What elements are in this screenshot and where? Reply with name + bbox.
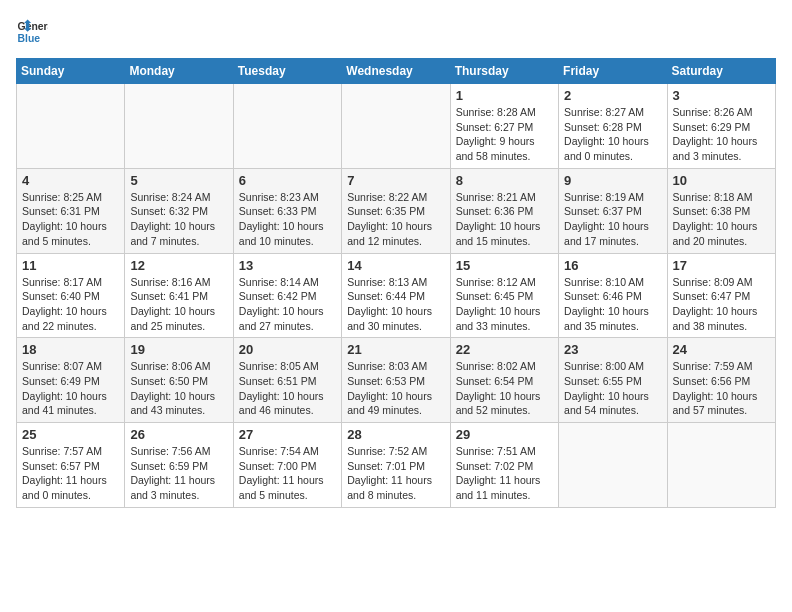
day-info: Sunrise: 8:09 AM Sunset: 6:47 PM Dayligh…: [673, 275, 770, 334]
calendar-cell: 4Sunrise: 8:25 AM Sunset: 6:31 PM Daylig…: [17, 168, 125, 253]
calendar-cell: 20Sunrise: 8:05 AM Sunset: 6:51 PM Dayli…: [233, 338, 341, 423]
day-info: Sunrise: 8:21 AM Sunset: 6:36 PM Dayligh…: [456, 190, 553, 249]
day-number: 12: [130, 258, 227, 273]
calendar-cell: 25Sunrise: 7:57 AM Sunset: 6:57 PM Dayli…: [17, 423, 125, 508]
day-number: 26: [130, 427, 227, 442]
day-info: Sunrise: 8:10 AM Sunset: 6:46 PM Dayligh…: [564, 275, 661, 334]
day-info: Sunrise: 7:56 AM Sunset: 6:59 PM Dayligh…: [130, 444, 227, 503]
day-number: 8: [456, 173, 553, 188]
calendar-cell: 18Sunrise: 8:07 AM Sunset: 6:49 PM Dayli…: [17, 338, 125, 423]
calendar-cell: 6Sunrise: 8:23 AM Sunset: 6:33 PM Daylig…: [233, 168, 341, 253]
weekday-header-wednesday: Wednesday: [342, 59, 450, 84]
day-number: 19: [130, 342, 227, 357]
calendar-cell: 13Sunrise: 8:14 AM Sunset: 6:42 PM Dayli…: [233, 253, 341, 338]
day-info: Sunrise: 8:05 AM Sunset: 6:51 PM Dayligh…: [239, 359, 336, 418]
calendar-cell: 16Sunrise: 8:10 AM Sunset: 6:46 PM Dayli…: [559, 253, 667, 338]
calendar-cell: 10Sunrise: 8:18 AM Sunset: 6:38 PM Dayli…: [667, 168, 775, 253]
calendar-cell: 23Sunrise: 8:00 AM Sunset: 6:55 PM Dayli…: [559, 338, 667, 423]
weekday-header-monday: Monday: [125, 59, 233, 84]
day-info: Sunrise: 7:54 AM Sunset: 7:00 PM Dayligh…: [239, 444, 336, 503]
day-number: 6: [239, 173, 336, 188]
day-number: 28: [347, 427, 444, 442]
day-info: Sunrise: 8:14 AM Sunset: 6:42 PM Dayligh…: [239, 275, 336, 334]
day-number: 14: [347, 258, 444, 273]
calendar-cell: 7Sunrise: 8:22 AM Sunset: 6:35 PM Daylig…: [342, 168, 450, 253]
calendar-cell: 3Sunrise: 8:26 AM Sunset: 6:29 PM Daylig…: [667, 84, 775, 169]
calendar-cell: 24Sunrise: 7:59 AM Sunset: 6:56 PM Dayli…: [667, 338, 775, 423]
day-info: Sunrise: 8:17 AM Sunset: 6:40 PM Dayligh…: [22, 275, 119, 334]
calendar-cell: 12Sunrise: 8:16 AM Sunset: 6:41 PM Dayli…: [125, 253, 233, 338]
day-info: Sunrise: 8:03 AM Sunset: 6:53 PM Dayligh…: [347, 359, 444, 418]
day-number: 17: [673, 258, 770, 273]
day-info: Sunrise: 8:02 AM Sunset: 6:54 PM Dayligh…: [456, 359, 553, 418]
day-info: Sunrise: 8:28 AM Sunset: 6:27 PM Dayligh…: [456, 105, 553, 164]
day-number: 27: [239, 427, 336, 442]
calendar-cell: [125, 84, 233, 169]
weekday-header-thursday: Thursday: [450, 59, 558, 84]
day-info: Sunrise: 7:57 AM Sunset: 6:57 PM Dayligh…: [22, 444, 119, 503]
day-number: 4: [22, 173, 119, 188]
day-number: 9: [564, 173, 661, 188]
calendar-table: SundayMondayTuesdayWednesdayThursdayFrid…: [16, 58, 776, 508]
calendar-cell: 14Sunrise: 8:13 AM Sunset: 6:44 PM Dayli…: [342, 253, 450, 338]
calendar-cell: 28Sunrise: 7:52 AM Sunset: 7:01 PM Dayli…: [342, 423, 450, 508]
logo-icon: General Blue: [16, 16, 48, 48]
calendar-cell: 2Sunrise: 8:27 AM Sunset: 6:28 PM Daylig…: [559, 84, 667, 169]
day-info: Sunrise: 8:24 AM Sunset: 6:32 PM Dayligh…: [130, 190, 227, 249]
calendar-cell: 29Sunrise: 7:51 AM Sunset: 7:02 PM Dayli…: [450, 423, 558, 508]
day-info: Sunrise: 8:23 AM Sunset: 6:33 PM Dayligh…: [239, 190, 336, 249]
day-number: 7: [347, 173, 444, 188]
day-info: Sunrise: 8:13 AM Sunset: 6:44 PM Dayligh…: [347, 275, 444, 334]
calendar-cell: [233, 84, 341, 169]
day-info: Sunrise: 8:16 AM Sunset: 6:41 PM Dayligh…: [130, 275, 227, 334]
day-number: 11: [22, 258, 119, 273]
day-number: 23: [564, 342, 661, 357]
calendar-cell: 15Sunrise: 8:12 AM Sunset: 6:45 PM Dayli…: [450, 253, 558, 338]
day-number: 1: [456, 88, 553, 103]
calendar-cell: 21Sunrise: 8:03 AM Sunset: 6:53 PM Dayli…: [342, 338, 450, 423]
day-info: Sunrise: 8:12 AM Sunset: 6:45 PM Dayligh…: [456, 275, 553, 334]
header: General Blue: [16, 16, 776, 48]
day-info: Sunrise: 8:18 AM Sunset: 6:38 PM Dayligh…: [673, 190, 770, 249]
day-number: 2: [564, 88, 661, 103]
weekday-header-saturday: Saturday: [667, 59, 775, 84]
day-info: Sunrise: 8:27 AM Sunset: 6:28 PM Dayligh…: [564, 105, 661, 164]
day-number: 22: [456, 342, 553, 357]
calendar-cell: [17, 84, 125, 169]
calendar-cell: 26Sunrise: 7:56 AM Sunset: 6:59 PM Dayli…: [125, 423, 233, 508]
calendar-cell: 11Sunrise: 8:17 AM Sunset: 6:40 PM Dayli…: [17, 253, 125, 338]
weekday-header-friday: Friday: [559, 59, 667, 84]
day-number: 5: [130, 173, 227, 188]
day-info: Sunrise: 8:06 AM Sunset: 6:50 PM Dayligh…: [130, 359, 227, 418]
weekday-header-sunday: Sunday: [17, 59, 125, 84]
day-info: Sunrise: 8:19 AM Sunset: 6:37 PM Dayligh…: [564, 190, 661, 249]
day-number: 13: [239, 258, 336, 273]
calendar-cell: 8Sunrise: 8:21 AM Sunset: 6:36 PM Daylig…: [450, 168, 558, 253]
day-number: 24: [673, 342, 770, 357]
day-info: Sunrise: 8:22 AM Sunset: 6:35 PM Dayligh…: [347, 190, 444, 249]
calendar-cell: 9Sunrise: 8:19 AM Sunset: 6:37 PM Daylig…: [559, 168, 667, 253]
day-number: 20: [239, 342, 336, 357]
day-number: 21: [347, 342, 444, 357]
svg-text:Blue: Blue: [18, 33, 41, 44]
day-number: 16: [564, 258, 661, 273]
day-info: Sunrise: 8:25 AM Sunset: 6:31 PM Dayligh…: [22, 190, 119, 249]
calendar-cell: 22Sunrise: 8:02 AM Sunset: 6:54 PM Dayli…: [450, 338, 558, 423]
day-info: Sunrise: 8:26 AM Sunset: 6:29 PM Dayligh…: [673, 105, 770, 164]
calendar-cell: 5Sunrise: 8:24 AM Sunset: 6:32 PM Daylig…: [125, 168, 233, 253]
svg-text:General: General: [18, 21, 48, 32]
logo: General Blue: [16, 16, 52, 48]
day-info: Sunrise: 7:59 AM Sunset: 6:56 PM Dayligh…: [673, 359, 770, 418]
calendar-cell: 27Sunrise: 7:54 AM Sunset: 7:00 PM Dayli…: [233, 423, 341, 508]
day-info: Sunrise: 7:52 AM Sunset: 7:01 PM Dayligh…: [347, 444, 444, 503]
day-info: Sunrise: 8:00 AM Sunset: 6:55 PM Dayligh…: [564, 359, 661, 418]
day-number: 10: [673, 173, 770, 188]
weekday-header-tuesday: Tuesday: [233, 59, 341, 84]
day-info: Sunrise: 7:51 AM Sunset: 7:02 PM Dayligh…: [456, 444, 553, 503]
day-info: Sunrise: 8:07 AM Sunset: 6:49 PM Dayligh…: [22, 359, 119, 418]
day-number: 15: [456, 258, 553, 273]
day-number: 3: [673, 88, 770, 103]
calendar-cell: 19Sunrise: 8:06 AM Sunset: 6:50 PM Dayli…: [125, 338, 233, 423]
calendar-cell: [559, 423, 667, 508]
calendar-cell: 1Sunrise: 8:28 AM Sunset: 6:27 PM Daylig…: [450, 84, 558, 169]
